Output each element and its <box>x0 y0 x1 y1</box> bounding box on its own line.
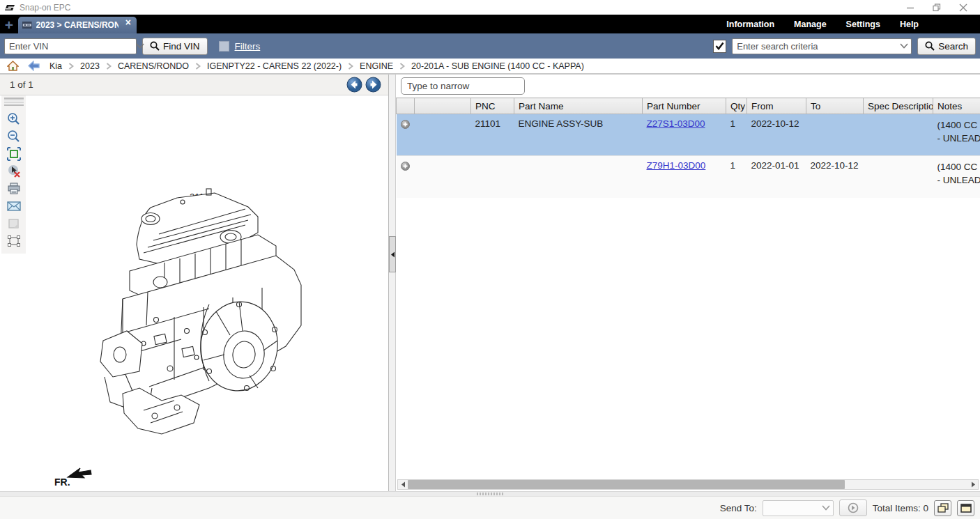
snapon-logo-icon <box>4 3 15 12</box>
cell-pnc <box>471 156 514 198</box>
column-notes[interactable]: Notes <box>933 98 980 114</box>
email-button[interactable] <box>5 199 23 213</box>
breadcrumb-item-model[interactable]: CARENS/RONDO <box>118 61 189 71</box>
next-page-button[interactable] <box>365 77 381 93</box>
column-spec-description[interactable]: Spec Description <box>864 98 933 114</box>
table-row[interactable]: Z79H1-03D00 1 2022-01-01 2022-10-12 (140… <box>397 156 980 198</box>
restore-button[interactable] <box>933 3 941 12</box>
tab-carens[interactable]: 2023 > CARENS/ROND... × <box>18 17 137 33</box>
chevron-right-icon <box>348 63 353 70</box>
chevron-down-icon[interactable] <box>897 43 911 49</box>
search-button[interactable]: Search <box>917 38 976 55</box>
breadcrumb-item-year[interactable]: 2023 <box>80 61 100 71</box>
fit-to-page-button[interactable] <box>5 146 23 161</box>
find-vin-button[interactable]: Find VIN <box>142 38 208 55</box>
menu-manage[interactable]: Manage <box>794 20 827 29</box>
engine-diagram[interactable]: 21101 <box>0 95 388 491</box>
column-part-number[interactable]: Part Number <box>643 98 726 114</box>
cascade-windows-icon <box>937 503 949 513</box>
chevron-down-icon[interactable] <box>136 43 144 49</box>
search-enabled-checkbox[interactable] <box>713 40 726 53</box>
app-window: Snap-on EPC + 2023 > CARENS/ROND... × In… <box>0 0 980 519</box>
bottom-splitter[interactable] <box>0 491 980 496</box>
cascade-layout-button[interactable] <box>934 500 951 516</box>
scrollbar-track[interactable] <box>408 480 968 489</box>
fit-to-page-icon <box>7 147 21 161</box>
filters-link[interactable]: Filters <box>235 41 261 52</box>
toolbar-grip-handle[interactable] <box>4 98 24 106</box>
column-to[interactable]: To <box>806 98 864 114</box>
part-number-link[interactable]: Z79H1-03D00 <box>647 160 706 171</box>
pointer-cancel-button[interactable] <box>5 164 23 178</box>
home-icon[interactable] <box>7 61 19 71</box>
export-button[interactable] <box>5 216 23 231</box>
breadcrumb-item-group[interactable]: 20-201A - SUB ENGINE (1400 CC - KAPPA) <box>411 61 584 71</box>
menu-help[interactable]: Help <box>900 20 919 29</box>
zoom-in-button[interactable] <box>5 111 23 126</box>
find-vin-label: Find VIN <box>163 41 200 52</box>
column-expand[interactable] <box>397 98 415 114</box>
minimize-button[interactable] <box>906 3 914 12</box>
panel-splitter[interactable] <box>389 75 396 491</box>
maximize-layout-button[interactable] <box>957 500 974 516</box>
search-input[interactable] <box>733 40 897 53</box>
scrollbar-thumb[interactable] <box>408 480 845 489</box>
vin-combobox[interactable] <box>4 38 137 54</box>
cell-notes: (1400 CC - UNLEAD <box>933 156 980 198</box>
column-image[interactable] <box>415 98 471 114</box>
scroll-left-button[interactable] <box>398 480 408 489</box>
horizontal-scrollbar[interactable] <box>397 479 979 490</box>
email-icon <box>7 201 21 211</box>
send-to-dropdown[interactable] <box>763 500 834 516</box>
expand-row-icon[interactable] <box>401 120 410 129</box>
zoom-out-button[interactable] <box>5 129 23 144</box>
chevron-right-icon <box>399 63 405 70</box>
breadcrumb-item-section[interactable]: ENGINE <box>360 61 393 71</box>
narrow-filter-input[interactable] <box>401 77 525 95</box>
column-qty[interactable]: Qty <box>726 98 747 114</box>
menu-settings[interactable]: Settings <box>846 20 880 29</box>
send-go-button[interactable] <box>839 499 867 516</box>
total-items-value: 0 <box>923 503 928 513</box>
search-icon <box>925 41 935 51</box>
back-arrow-icon[interactable] <box>28 61 40 71</box>
search-icon <box>150 41 160 51</box>
select-region-button[interactable] <box>5 233 23 248</box>
new-tab-button[interactable]: + <box>0 17 18 33</box>
tab-label: 2023 > CARENS/ROND... <box>36 20 118 30</box>
menu-information[interactable]: Information <box>726 20 774 29</box>
scroll-right-button[interactable] <box>968 480 978 489</box>
cell-from: 2022-01-01 <box>747 156 806 198</box>
close-button[interactable] <box>959 3 967 12</box>
column-pnc[interactable]: PNC <box>471 98 514 114</box>
cell-notes: (1400 CC - UNLEAD <box>933 114 980 156</box>
pointer-cancel-icon <box>7 164 21 178</box>
column-from[interactable]: From <box>747 98 806 114</box>
cell-to: 2022-10-12 <box>806 156 864 198</box>
table-row[interactable]: 21101 ENGINE ASSY-SUB Z27S1-03D00 1 2022… <box>397 114 980 156</box>
checkmark-icon <box>715 42 724 50</box>
previous-page-button[interactable] <box>346 77 362 93</box>
cell-part-name: ENGINE ASSY-SUB <box>514 114 643 156</box>
breadcrumb-item-make[interactable]: Kia <box>49 61 62 71</box>
column-part-name[interactable]: Part Name <box>514 98 643 114</box>
search-combobox[interactable] <box>732 38 912 54</box>
cell-image <box>415 114 471 156</box>
expand-row-icon[interactable] <box>401 162 410 171</box>
illustration-toolbar <box>1 95 26 254</box>
collapse-panel-handle[interactable] <box>389 236 396 272</box>
illustration-canvas[interactable]: 21101 <box>0 95 388 491</box>
filters-checkbox[interactable] <box>219 41 229 52</box>
breadcrumb-item-catalog[interactable]: IGENPTY22 - CARENS 22 (2022-) <box>207 61 342 71</box>
vin-input[interactable] <box>5 40 136 53</box>
titlebar: Snap-on EPC <box>0 0 980 15</box>
cell-spec-description <box>864 156 933 198</box>
tab-close-icon[interactable]: × <box>125 18 131 26</box>
part-number-link[interactable]: Z27S1-03D00 <box>647 118 705 129</box>
splitter-grip-handle[interactable] <box>477 493 503 495</box>
print-button[interactable] <box>5 181 23 196</box>
send-to-label: Send To: <box>720 503 757 513</box>
cell-spec-description <box>864 114 933 156</box>
zoom-out-icon <box>7 130 20 143</box>
illustration-panel: 1 of 1 21101 <box>0 75 389 491</box>
